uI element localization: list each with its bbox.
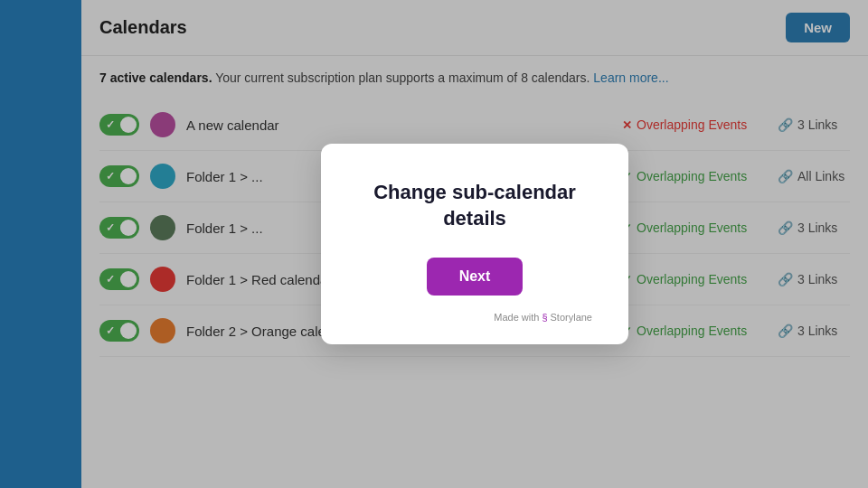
storylane-credit: Made with § Storylane: [357, 312, 592, 323]
modal-overlay: Change sub-calendar details Next Made wi…: [81, 0, 868, 488]
main-content: Calendars New 7 active calendars. Your c…: [81, 0, 868, 488]
credit-brand: Storylane: [551, 312, 592, 323]
storylane-logo: §: [542, 312, 547, 323]
credit-text: Made with: [494, 312, 539, 323]
modal-title: Change sub-calendar details: [357, 180, 592, 231]
sidebar: [0, 0, 81, 488]
modal: Change sub-calendar details Next Made wi…: [321, 144, 628, 343]
next-button[interactable]: Next: [427, 258, 524, 296]
